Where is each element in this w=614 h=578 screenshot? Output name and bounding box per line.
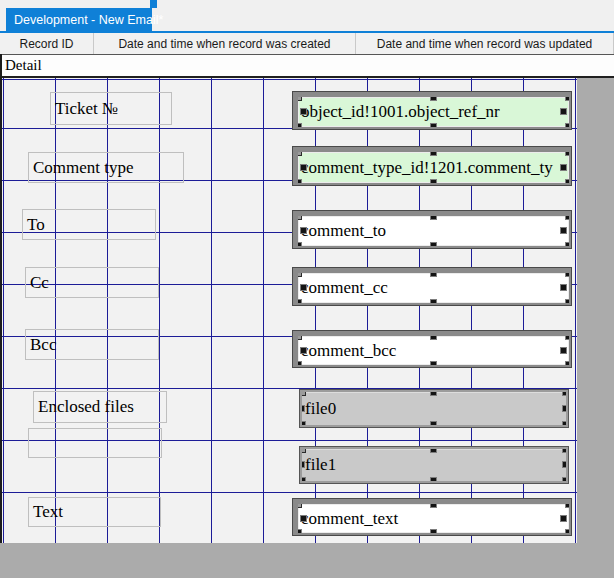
selection-handle-tr[interactable] xyxy=(565,270,571,277)
selection-handle-ml[interactable] xyxy=(300,164,307,171)
label-text: Ticket № xyxy=(55,99,118,119)
selection-handle-br[interactable] xyxy=(565,242,571,248)
selection-handle-tl[interactable] xyxy=(295,333,302,340)
label-to[interactable]: To xyxy=(22,209,156,240)
selection-handle-bc[interactable] xyxy=(430,299,437,305)
field-comment-bcc[interactable]: comment_bcc xyxy=(293,331,571,367)
label-text: Enclosed files xyxy=(38,397,134,417)
selection-handle-br[interactable] xyxy=(562,477,568,483)
selection-handle-tc[interactable] xyxy=(430,333,437,340)
selection-handle-ml[interactable] xyxy=(300,405,305,412)
selection-handle-br[interactable] xyxy=(565,361,571,367)
selection-handle-tl[interactable] xyxy=(295,213,302,220)
selection-handle-bl[interactable] xyxy=(295,529,302,535)
selection-handle-bl[interactable] xyxy=(295,179,302,185)
selection-handle-bl[interactable] xyxy=(300,421,306,427)
toolbar-remnant xyxy=(150,0,157,8)
selection-handle-tc[interactable] xyxy=(430,213,437,220)
field-file0[interactable]: file0 xyxy=(300,390,568,427)
label-text: To xyxy=(27,215,45,235)
system-field-header-row: Record ID Date and time when record was … xyxy=(0,33,614,54)
selection-handle-tc[interactable] xyxy=(430,501,437,508)
selection-handle-tl[interactable] xyxy=(300,390,306,396)
label-bcc[interactable]: Bcc xyxy=(25,329,159,360)
header-updated[interactable]: Date and time when record was updated xyxy=(355,33,614,54)
selection-handle-br[interactable] xyxy=(562,421,568,427)
selection-handle-tr[interactable] xyxy=(565,94,571,101)
selection-handle-bc[interactable] xyxy=(430,477,437,483)
selection-handle-mr[interactable] xyxy=(560,227,567,234)
header-record-id[interactable]: Record ID xyxy=(0,33,93,54)
selection-handle-br[interactable] xyxy=(565,529,571,535)
field-object-ref-nr[interactable]: object_id!1001.object_ref_nr xyxy=(293,92,571,129)
label-cc[interactable]: Cc xyxy=(25,267,159,298)
canvas-margin-bottom xyxy=(0,543,614,578)
selection-handle-mr[interactable] xyxy=(560,108,567,115)
field-comment-to[interactable]: comment_to xyxy=(293,211,571,248)
selection-handle-tc[interactable] xyxy=(430,447,437,453)
selection-handle-tr[interactable] xyxy=(565,213,571,220)
selection-handle-tr[interactable] xyxy=(562,447,568,453)
selection-handle-ml[interactable] xyxy=(300,515,307,522)
selection-handle-tl[interactable] xyxy=(295,270,302,277)
selection-handle-tr[interactable] xyxy=(565,501,571,508)
header-created[interactable]: Date and time when record was created xyxy=(93,33,355,54)
selection-handle-tc[interactable] xyxy=(430,390,437,396)
selection-handle-tr[interactable] xyxy=(565,149,571,156)
canvas-margin-right xyxy=(577,78,614,578)
selection-handle-bl[interactable] xyxy=(295,361,302,367)
selection-handle-br[interactable] xyxy=(565,123,571,129)
label-text: Text xyxy=(33,502,63,522)
detail-band-header[interactable]: Detail xyxy=(0,54,614,78)
selection-handle-tl[interactable] xyxy=(295,94,302,101)
selection-handle-tc[interactable] xyxy=(430,270,437,277)
selection-handle-tc[interactable] xyxy=(430,94,437,101)
label-text: Comment type xyxy=(33,158,134,178)
selection-handle-tl[interactable] xyxy=(295,149,302,156)
label-ticket-nr[interactable]: Ticket № xyxy=(50,92,172,125)
selection-handle-bl[interactable] xyxy=(295,299,302,305)
selection-handle-mr[interactable] xyxy=(562,461,568,468)
selection-handle-tl[interactable] xyxy=(300,447,306,453)
selection-handle-tr[interactable] xyxy=(565,333,571,340)
label-enclosed-files[interactable]: Enclosed files xyxy=(33,391,167,423)
selection-handle-tr[interactable] xyxy=(562,390,568,396)
selection-handle-ml[interactable] xyxy=(300,347,307,354)
selection-handle-tc[interactable] xyxy=(430,149,437,156)
label-empty[interactable] xyxy=(28,428,162,458)
document-tab[interactable]: Development - New Email* xyxy=(6,8,152,31)
label-text-row[interactable]: Text xyxy=(28,497,161,527)
selection-handle-bc[interactable] xyxy=(430,123,437,129)
field-text: comment_to xyxy=(301,221,386,241)
selection-handle-bl[interactable] xyxy=(295,123,302,129)
selection-handle-mr[interactable] xyxy=(560,515,567,522)
selection-handle-mr[interactable] xyxy=(562,405,568,412)
selection-handle-ml[interactable] xyxy=(300,108,307,115)
selection-handle-bl[interactable] xyxy=(295,242,302,248)
selection-handle-bc[interactable] xyxy=(430,421,437,427)
selection-handle-mr[interactable] xyxy=(560,347,567,354)
selection-handle-br[interactable] xyxy=(565,299,571,305)
selection-handle-mr[interactable] xyxy=(560,164,567,171)
selection-handle-ml[interactable] xyxy=(300,227,307,234)
selection-handle-bc[interactable] xyxy=(430,529,437,535)
field-text: object_id!1001.object_ref_nr xyxy=(301,102,500,122)
field-comment-type[interactable]: comment_type_id!1201.comment_ty xyxy=(293,147,571,185)
selection-handle-bl[interactable] xyxy=(300,477,306,483)
selection-handle-ml[interactable] xyxy=(300,284,307,291)
label-comment-type[interactable]: Comment type xyxy=(28,152,184,183)
selection-handle-bc[interactable] xyxy=(430,179,437,185)
selection-handle-br[interactable] xyxy=(565,179,571,185)
field-text: comment_type_id!1201.comment_ty xyxy=(301,158,553,178)
field-text: file1 xyxy=(305,455,336,475)
selection-handle-bc[interactable] xyxy=(430,361,437,367)
selection-handle-mr[interactable] xyxy=(560,284,567,291)
field-comment-cc[interactable]: comment_cc xyxy=(293,268,571,305)
field-file1[interactable]: file1 xyxy=(300,447,568,483)
field-comment-text[interactable]: comment_text xyxy=(293,499,571,535)
selection-handle-ml[interactable] xyxy=(300,461,305,468)
selection-handle-tl[interactable] xyxy=(295,501,302,508)
label-text: Bcc xyxy=(30,335,56,355)
field-text: comment_bcc xyxy=(301,341,396,361)
selection-handle-bc[interactable] xyxy=(430,242,437,248)
